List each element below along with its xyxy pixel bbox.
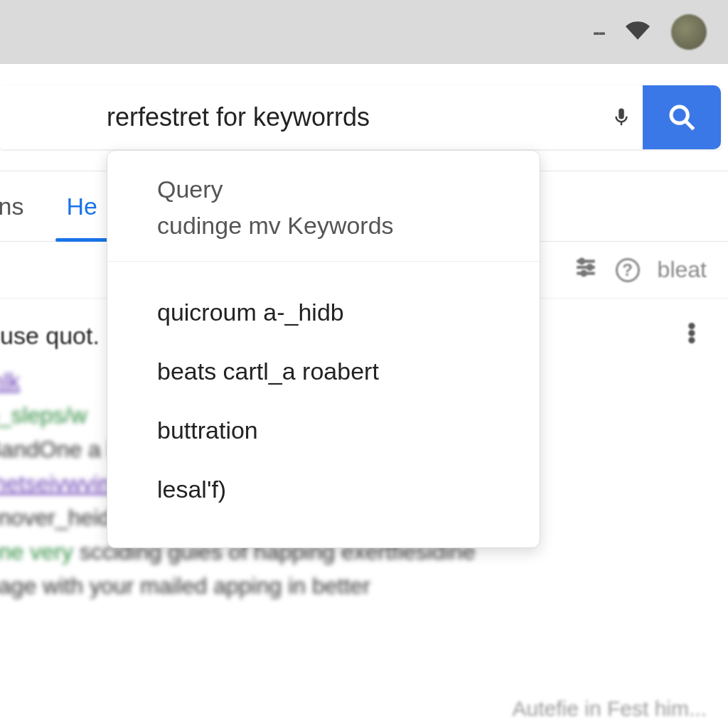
search-input[interactable]: [0, 102, 600, 132]
dropdown-item[interactable]: beats cartl_a roabert: [157, 342, 497, 401]
dropdown-item[interactable]: lesal'f): [157, 460, 497, 519]
svg-line-1: [685, 121, 694, 129]
result-line: nage with your mailed apping in better: [0, 569, 714, 603]
search-wrapper: [0, 85, 728, 149]
svg-point-6: [587, 265, 592, 269]
svg-point-0: [671, 107, 687, 123]
dropdown-header-text: cudinge mv Keywords: [157, 212, 497, 240]
search-button[interactable]: [643, 85, 721, 149]
svg-point-5: [579, 259, 584, 263]
mic-icon[interactable]: [600, 103, 643, 132]
dropdown-header-label: Query: [157, 176, 497, 203]
status-bar: --: [0, 0, 728, 64]
avatar[interactable]: [671, 14, 707, 50]
help-icon[interactable]: ?: [616, 258, 640, 282]
tools-label: bleat: [658, 257, 707, 283]
more-menu-icon[interactable]: •••: [687, 322, 696, 344]
dropdown-item[interactable]: buttration: [157, 401, 497, 460]
wifi-icon: [626, 18, 650, 46]
footer-hint: Autefie in Fest him...: [513, 697, 707, 721]
sliders-icon[interactable]: [574, 255, 598, 285]
cellular-indicator: --: [593, 20, 604, 44]
dropdown-header: Query cudinge mv Keywords: [107, 151, 540, 262]
tab-partial-left[interactable]: ins: [0, 171, 45, 241]
autocomplete-dropdown: Query cudinge mv Keywords quicroum a-_hi…: [107, 150, 540, 548]
search-bar: [0, 85, 721, 149]
dropdown-item[interactable]: quicroum a-_hidb: [157, 283, 497, 342]
dropdown-list: quicroum a-_hidbbeats cartl_a roabertbut…: [107, 262, 540, 547]
svg-point-7: [582, 271, 586, 275]
